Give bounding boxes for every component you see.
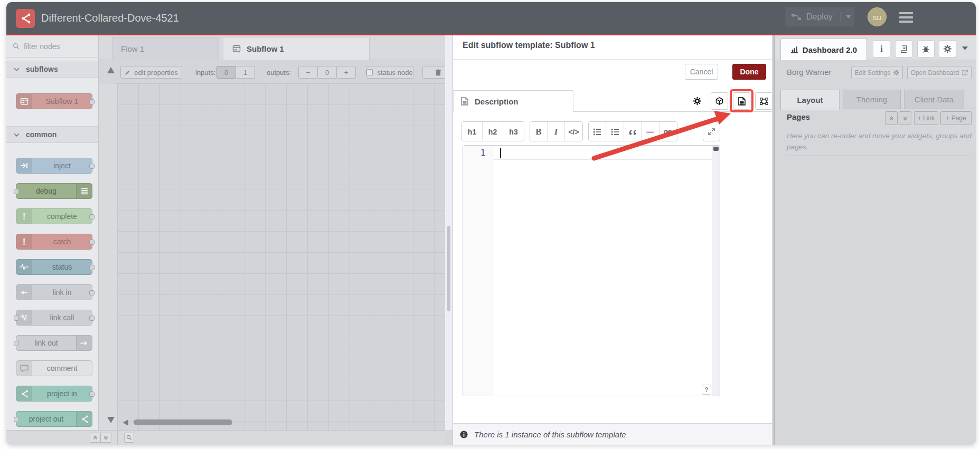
flow-canvas[interactable] bbox=[117, 83, 445, 430]
node-label: Subflow 1 bbox=[32, 94, 92, 109]
pages-help-text: Here you can re-order and move your widg… bbox=[787, 130, 975, 152]
move-up-button[interactable] bbox=[885, 111, 898, 125]
deploy-button[interactable]: Deploy bbox=[785, 7, 854, 26]
palette-node-debug[interactable]: debug bbox=[16, 183, 92, 199]
node-port-right[interactable] bbox=[89, 391, 95, 397]
node-port-left[interactable] bbox=[14, 316, 19, 321]
node-label: inject bbox=[32, 158, 92, 173]
done-button[interactable]: Done bbox=[732, 64, 766, 80]
node-port-right[interactable] bbox=[89, 265, 95, 270]
palette-node-catch[interactable]: !catch bbox=[16, 234, 92, 250]
user-avatar[interactable]: su bbox=[868, 7, 887, 26]
inputs-1-button[interactable]: 1 bbox=[235, 66, 255, 79]
editor-expand-button[interactable] bbox=[703, 121, 720, 141]
md-quote-button[interactable] bbox=[624, 122, 642, 141]
inputs-0-button[interactable]: 0 bbox=[216, 66, 236, 79]
add-link-button[interactable]: + Link bbox=[914, 111, 938, 125]
dashboard-tab-label: Dashboard 2.0 bbox=[803, 45, 857, 54]
md-toolbar-group: BI</> bbox=[530, 121, 583, 141]
palette-node-link-call[interactable]: link call bbox=[16, 310, 92, 326]
sidebar-tab-dashboard[interactable]: Dashboard 2.0 bbox=[780, 39, 867, 60]
sidebar-tab-theming[interactable]: Theming bbox=[843, 90, 901, 109]
palette-node-project-out[interactable]: project out bbox=[16, 411, 92, 427]
outputs-value[interactable]: 0 bbox=[317, 66, 337, 79]
edit-properties-button[interactable]: edit properties bbox=[120, 66, 182, 79]
edit-settings-button[interactable]: Edit Settings bbox=[851, 66, 903, 79]
sidebar-tab-client-data[interactable]: Client Data bbox=[904, 90, 964, 109]
help-tab-button[interactable] bbox=[895, 40, 912, 58]
palette-node-comment[interactable]: comment bbox=[16, 360, 92, 376]
sidebar-tabs-divider bbox=[775, 109, 976, 109]
status-node-checkbox[interactable] bbox=[366, 69, 373, 75]
canvas-horizontal-scrollbar[interactable] bbox=[134, 419, 232, 425]
pages-divider bbox=[787, 156, 972, 156]
palette-node-project-in[interactable]: project in bbox=[16, 386, 92, 402]
palette-node-complete[interactable]: !complete bbox=[16, 208, 92, 224]
node-port-right[interactable] bbox=[89, 240, 95, 245]
move-down-button[interactable] bbox=[899, 111, 911, 125]
md-hr-button[interactable]: — bbox=[642, 122, 659, 141]
palette-collapse-down-button[interactable] bbox=[100, 433, 111, 443]
editor-scrollbar-thumb[interactable] bbox=[713, 147, 719, 151]
palette-scroll-up-icon[interactable] bbox=[107, 67, 115, 73]
palette-node-link-out[interactable]: link out bbox=[16, 335, 92, 351]
md-italic-button[interactable]: I bbox=[548, 122, 565, 141]
palette-category-subflows[interactable]: subflows bbox=[6, 61, 98, 78]
editor-settings-button[interactable] bbox=[689, 92, 706, 110]
sidebar-tab-layout[interactable]: Layout bbox=[780, 90, 840, 110]
node-port-right[interactable] bbox=[89, 99, 95, 104]
tab-flow-1[interactable]: Flow 1 bbox=[112, 37, 219, 60]
tab-subflow-1[interactable]: Subflow 1 bbox=[223, 37, 370, 60]
debug-tab-button[interactable] bbox=[917, 40, 935, 58]
config-tab-button[interactable] bbox=[939, 40, 956, 58]
palette-node-Subflow-1[interactable]: Subflow 1 bbox=[16, 93, 92, 109]
description-code-editor[interactable]: 1 bbox=[463, 145, 720, 396]
node-label: project out bbox=[16, 412, 76, 426]
palette-node-link-in[interactable]: link in bbox=[16, 284, 92, 300]
node-port-right[interactable] bbox=[89, 316, 95, 321]
node-port-right[interactable] bbox=[89, 290, 95, 295]
deploy-options-caret-icon[interactable] bbox=[840, 12, 851, 22]
md-h3-button[interactable]: h3 bbox=[503, 122, 524, 141]
status-node-toggle[interactable]: status node bbox=[366, 66, 413, 79]
canvas-scroll-left-icon[interactable] bbox=[123, 419, 128, 426]
node-port-left[interactable] bbox=[14, 417, 19, 422]
palette-node-inject[interactable]: inject bbox=[16, 158, 92, 174]
open-dashboard-button[interactable]: Open Dashboard bbox=[907, 66, 972, 79]
md-bold-button[interactable]: B bbox=[530, 122, 548, 141]
md-link-button[interactable] bbox=[659, 122, 677, 141]
palette-filter[interactable]: filter nodes bbox=[6, 35, 98, 58]
canvas-zoom-search-button[interactable] bbox=[124, 433, 134, 443]
outputs-plus-button[interactable]: + bbox=[336, 66, 356, 79]
main-menu-icon[interactable] bbox=[899, 12, 913, 26]
palette-category-common[interactable]: common bbox=[6, 126, 98, 143]
editor-help-button[interactable]: ? bbox=[702, 385, 711, 395]
add-page-button[interactable]: + Page bbox=[940, 111, 972, 125]
editor-gutter: 1 bbox=[463, 146, 494, 396]
md-code-button[interactable]: </> bbox=[565, 122, 582, 141]
info-tab-button[interactable]: i bbox=[873, 40, 890, 58]
outputs-minus-button[interactable]: − bbox=[298, 66, 318, 79]
node-port-left[interactable] bbox=[14, 341, 19, 346]
module-properties-button[interactable] bbox=[711, 92, 728, 110]
palette-scroll-down-icon[interactable] bbox=[107, 417, 115, 423]
appearance-button[interactable] bbox=[755, 92, 772, 110]
node-port-left[interactable] bbox=[14, 189, 19, 194]
cancel-button[interactable]: Cancel bbox=[685, 64, 718, 80]
quote-icon bbox=[628, 129, 637, 135]
document-icon bbox=[461, 97, 468, 106]
link-out-icon bbox=[76, 336, 92, 350]
md-ol-button[interactable] bbox=[589, 122, 606, 141]
node-port-right[interactable] bbox=[89, 164, 95, 169]
tab-description[interactable]: Description bbox=[453, 90, 573, 112]
md-h2-button[interactable]: h2 bbox=[483, 122, 503, 141]
node-port-right[interactable] bbox=[89, 214, 95, 219]
node-red-logo-icon bbox=[16, 9, 35, 28]
palette-collapse-up-button[interactable] bbox=[90, 433, 101, 443]
canvas-vertical-scrollbar[interactable] bbox=[447, 226, 450, 311]
md-h1-button[interactable]: h1 bbox=[462, 122, 483, 141]
inject-icon bbox=[16, 158, 32, 173]
palette-node-status[interactable]: status bbox=[16, 259, 92, 275]
md-ul-button[interactable] bbox=[606, 122, 624, 141]
sidebar-menu-caret-icon[interactable] bbox=[962, 46, 968, 50]
